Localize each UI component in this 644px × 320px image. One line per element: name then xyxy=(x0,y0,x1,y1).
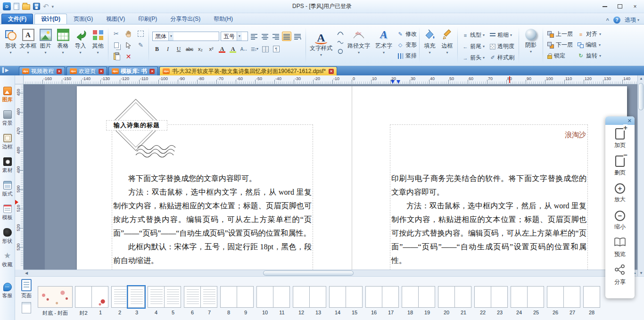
delete-icon[interactable]: ✕ xyxy=(124,51,133,61)
insert-textbox-button[interactable]: 文本框▾ xyxy=(19,25,37,65)
align-objects-button[interactable]: ≡ 对齐▾ xyxy=(578,30,601,38)
font-color-button[interactable]: A xyxy=(217,44,227,54)
tab-design[interactable]: 设计(D) xyxy=(34,14,67,24)
options-button[interactable]: 选项▾ xyxy=(625,16,639,24)
delete-page-button[interactable]: 删页 xyxy=(605,152,635,180)
border-button[interactable]: 边框▾ xyxy=(438,25,456,65)
left-page-text-frame[interactable]: 输入诗集的标题 将下面文字替换成您的文章内容即可。 方法：双击鼠标，选中框内文字… xyxy=(112,124,313,270)
sidebar-item-frame[interactable]: 边框 xyxy=(2,134,13,150)
italic-button[interactable]: I xyxy=(163,44,173,54)
path-wave-icon[interactable] xyxy=(337,39,344,45)
tab-share-export[interactable]: 分享导出(S) xyxy=(164,14,207,24)
group-objects-button[interactable]: 编组▾ xyxy=(578,41,601,49)
art-text-button[interactable]: A 艺术字▾ xyxy=(372,25,395,65)
insert-other-button[interactable]: 其他▾ xyxy=(89,25,107,65)
lock-button[interactable]: 锁定 xyxy=(547,52,573,60)
page-thumbnail[interactable] xyxy=(329,286,346,308)
chevron-down-icon[interactable]: ▾ xyxy=(237,32,242,41)
page-thumbnail[interactable] xyxy=(75,286,92,308)
pages-view-icon[interactable] xyxy=(21,279,32,291)
character-spacing-button[interactable]: A↔ xyxy=(239,44,248,54)
path-circle-icon[interactable] xyxy=(337,48,344,54)
sidebar-toggle-icon[interactable]: ▍▶ xyxy=(2,67,8,73)
page-spread[interactable]: 输入诗集的标题 将下面文字替换成您的文章内容即可。 方法：双击鼠标，选中框内文字… xyxy=(77,86,627,270)
close-panel-icon[interactable]: ✕ xyxy=(627,118,632,124)
document-tab-current-file[interactable]: dps 书-大32开软皮平装-散文集诗集回忆录封面190627-1612.dps… xyxy=(159,66,337,75)
scroll-up-icon[interactable]: ▲ xyxy=(639,76,643,81)
modify-button[interactable]: ✎ 修改 xyxy=(397,30,417,38)
collapse-ribbon-icon[interactable]: ^ xyxy=(606,17,609,23)
rotate-button[interactable]: ↻ 旋转▾ xyxy=(578,52,601,60)
page-thumbnail[interactable] xyxy=(273,286,290,308)
scroll-left-icon[interactable]: ◀ xyxy=(25,271,28,275)
path-arc-icon[interactable] xyxy=(337,30,344,36)
minimize-button[interactable] xyxy=(598,2,612,11)
canvas[interactable]: 输入诗集的标题 将下面文字替换成您的文章内容即可。 方法：双击鼠标，选中框内文字… xyxy=(24,84,637,270)
strikethrough-button[interactable]: abc xyxy=(185,44,194,54)
page-thumbnail[interactable] xyxy=(91,286,108,308)
page-thumbnail[interactable] xyxy=(402,286,419,308)
page-thumbnail[interactable] xyxy=(365,286,382,308)
bold-button[interactable]: B xyxy=(152,44,162,54)
tab-view[interactable]: 视图(V) xyxy=(99,14,132,24)
align-justify-button[interactable] xyxy=(282,32,291,41)
horizontal-scroll-thumb[interactable] xyxy=(263,271,354,276)
close-button[interactable]: × xyxy=(628,2,642,11)
page-thumbnail[interactable] xyxy=(111,286,128,308)
tab-file[interactable]: 文件(F) xyxy=(1,14,33,24)
page-thumbnail[interactable] xyxy=(563,286,580,308)
paragraph-settings-button[interactable]: ¶ xyxy=(272,44,281,54)
page-thumbnail[interactable] xyxy=(418,286,435,308)
add-page-button[interactable]: 加页 xyxy=(605,125,635,152)
page-thumbnail[interactable] xyxy=(148,286,165,308)
document-tab-template-library[interactable]: dps 模板库: 书 ✕ xyxy=(108,66,158,75)
shadow-button[interactable]: 阴影▾ xyxy=(520,25,541,65)
sidebar-item-material[interactable]: 素材 xyxy=(2,157,13,174)
vertical-text-button[interactable]: 竖排 xyxy=(397,52,417,60)
line-type-button[interactable]: ≡线型▾ xyxy=(462,31,485,39)
arrow-tail-button[interactable]: ←箭尾▾ xyxy=(462,42,485,50)
close-tab-icon[interactable]: ✕ xyxy=(149,69,155,74)
page-thumbnail[interactable] xyxy=(346,286,363,308)
insert-image-button[interactable]: 图片▾ xyxy=(37,25,54,65)
page-thumbnail[interactable] xyxy=(237,286,254,308)
page-thumbnail[interactable] xyxy=(309,286,326,308)
undo-icon[interactable]: ↶ xyxy=(43,3,49,10)
master-page-icon[interactable] xyxy=(22,302,31,313)
format-painter-button[interactable]: ✐样式刷 xyxy=(489,54,514,62)
copy-icon[interactable] xyxy=(111,40,121,50)
text-style-button[interactable]: A 文字样式▾ xyxy=(308,29,334,57)
tab-help[interactable]: 帮助(H) xyxy=(207,14,239,24)
open-folder-icon[interactable] xyxy=(22,4,30,10)
share-button[interactable]: 分享 xyxy=(605,262,635,289)
insert-table-button[interactable]: 表格▾ xyxy=(54,25,72,65)
right-page-text-frame[interactable]: 浪淘沙 印刷与电子商务完美结合的软件。将下面文字替换成您的文章内容即可。 方法：… xyxy=(390,124,588,270)
sidebar-item-shape[interactable]: 形状 xyxy=(2,228,13,245)
line-weight-button[interactable]: 粗细▾ xyxy=(489,31,514,39)
title-diamond-shape[interactable]: 输入诗集的标题 xyxy=(109,98,162,151)
close-tab-icon[interactable]: ✕ xyxy=(57,69,62,74)
underline-button[interactable]: U xyxy=(174,44,183,54)
page-thumbnail[interactable] xyxy=(293,286,310,308)
page-thumbnail[interactable] xyxy=(474,286,491,308)
poem-title-placeholder[interactable]: 输入诗集的标题 xyxy=(106,120,167,131)
new-document-icon[interactable] xyxy=(14,3,19,10)
font-family-select[interactable]: 黑体 ▾ xyxy=(152,32,219,41)
vertical-scroll-thumb[interactable] xyxy=(638,83,644,110)
select-region-icon[interactable] xyxy=(136,29,146,39)
vertical-scrollbar[interactable]: ▲ ▼ xyxy=(637,75,644,276)
subscript-button[interactable]: x₂ xyxy=(196,44,205,54)
insert-shape-button[interactable]: 形状▾ xyxy=(2,25,19,65)
columns-button[interactable] xyxy=(261,44,270,54)
zoom-in-button[interactable]: + 放大 xyxy=(605,180,635,207)
document-tab-video-tutorial[interactable]: dps 视频教程 ✕ xyxy=(19,66,65,75)
transform-button[interactable]: ◇ 变形 xyxy=(397,41,417,49)
tab-page[interactable]: 页面(G) xyxy=(67,14,99,24)
close-tab-icon[interactable]: ✕ xyxy=(329,69,334,74)
page-thumbnail[interactable] xyxy=(511,286,528,308)
page-thumbnail[interactable] xyxy=(38,286,73,308)
page-thumbnail[interactable] xyxy=(382,286,399,308)
align-distribute-button[interactable] xyxy=(293,32,302,41)
page-thumbnail[interactable] xyxy=(128,286,145,308)
quick-access-dropdown-icon[interactable]: ▾ xyxy=(52,4,54,9)
